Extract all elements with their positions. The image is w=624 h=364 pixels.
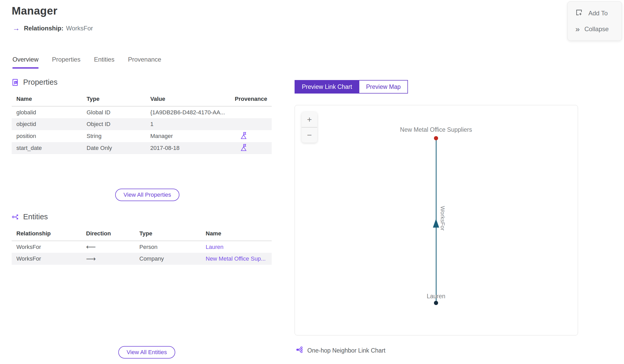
- entity-relationship: WorksFor: [12, 241, 81, 253]
- node-dot-company[interactable]: [434, 136, 438, 140]
- prop-provenance: [230, 118, 272, 130]
- preview-map-button[interactable]: Preview Map: [359, 80, 408, 94]
- prop-name: objectid: [12, 118, 82, 130]
- entities-heading-text: Entities: [23, 213, 48, 221]
- prop-type: Date Only: [82, 142, 146, 154]
- zoom-control: + −: [302, 112, 317, 143]
- col-type: Type: [135, 228, 201, 241]
- entities-section-title: Entities: [12, 213, 48, 221]
- col-direction: Direction: [81, 228, 135, 241]
- prop-value: 2017-08-18: [146, 142, 230, 154]
- prop-type: Object ID: [82, 118, 146, 130]
- relationship-subtitle: → Relationship: WorksFor: [12, 25, 93, 32]
- properties-heading-text: Properties: [23, 78, 57, 87]
- col-name: Name: [201, 228, 272, 241]
- properties-table: Name Type Value Provenance globalid Glob…: [12, 93, 272, 154]
- entity-link[interactable]: Lauren: [206, 244, 224, 250]
- add-to-label: Add To: [588, 10, 608, 17]
- chart-caption-text: One-hop Neighbor Link Chart: [307, 347, 385, 354]
- edge-arrow-icon: [433, 219, 439, 228]
- prop-value: {1A9DB2B6-D482-4170-AA...: [146, 106, 230, 118]
- table-row: position String Manager: [12, 130, 272, 142]
- prop-value: 1: [146, 118, 230, 130]
- properties-icon: [12, 78, 20, 86]
- table-row: objectid Object ID 1: [12, 118, 272, 130]
- table-row: globalid Global ID {1A9DB2B6-D482-4170-A…: [12, 106, 272, 118]
- entities-icon: [12, 213, 20, 221]
- tab-provenance[interactable]: Provenance: [128, 56, 161, 69]
- properties-section-title: Properties: [12, 78, 57, 87]
- col-provenance: Provenance: [230, 93, 272, 106]
- col-name: Name: [12, 93, 82, 106]
- relationship-arrow-icon: →: [12, 25, 20, 32]
- collapse-icon: »: [575, 25, 579, 34]
- prop-type: String: [82, 130, 146, 142]
- entity-link[interactable]: New Metal Office Sup...: [206, 255, 266, 262]
- properties-header-row: Name Type Value Provenance: [12, 93, 272, 106]
- table-row: WorksFor ⟵ Person Lauren: [12, 241, 272, 253]
- entity-relationship: WorksFor: [12, 253, 81, 265]
- prop-name: position: [12, 130, 82, 142]
- node-label-person: Lauren: [427, 293, 445, 300]
- prop-provenance: [230, 130, 272, 142]
- col-type: Type: [82, 93, 146, 106]
- relationship-value: WorksFor: [66, 25, 93, 32]
- col-value: Value: [146, 93, 230, 106]
- node-dot-person[interactable]: [434, 301, 438, 305]
- add-to-button[interactable]: Add To: [575, 9, 622, 18]
- view-all-properties-button[interactable]: View All Properties: [115, 189, 179, 201]
- relationship-label: Relationship:: [24, 25, 63, 32]
- zoom-out-button[interactable]: −: [302, 128, 317, 143]
- table-row: start_date Date Only 2017-08-18: [12, 142, 272, 154]
- prop-provenance: [230, 106, 272, 118]
- prop-provenance: [230, 142, 272, 154]
- col-relationship: Relationship: [12, 228, 81, 241]
- collapse-button[interactable]: » Collapse: [575, 25, 622, 34]
- link-chart-panel: + − WorksFor New Metal Office Suppliers …: [295, 105, 578, 335]
- preview-toggle: Preview Link Chart Preview Map: [295, 80, 408, 94]
- provenance-flag-icon[interactable]: [240, 131, 247, 141]
- entity-type: Person: [135, 241, 201, 253]
- table-row: WorksFor ⟶ Company New Metal Office Sup.…: [12, 253, 272, 265]
- entity-type: Company: [135, 253, 201, 265]
- entities-header-row: Relationship Direction Type Name: [12, 228, 272, 241]
- node-label-company: New Metal Office Suppliers: [400, 126, 472, 133]
- provenance-flag-icon[interactable]: [240, 143, 247, 153]
- zoom-in-button[interactable]: +: [302, 112, 317, 128]
- page-title: Manager: [12, 5, 57, 17]
- tab-bar: Overview Properties Entities Provenance: [12, 56, 161, 69]
- direction-arrow-icon: ⟶: [81, 253, 135, 265]
- edge-label: WorksFor: [439, 206, 446, 231]
- prop-name: start_date: [12, 142, 82, 154]
- chart-caption: One-hop Neighbor Link Chart: [296, 346, 385, 355]
- actions-panel: Add To » Collapse: [567, 1, 622, 41]
- tab-overview[interactable]: Overview: [12, 56, 38, 69]
- add-to-icon: [575, 9, 583, 18]
- entity-name-cell: New Metal Office Sup...: [201, 253, 272, 265]
- prop-value: Manager: [146, 130, 230, 142]
- prop-name: globalid: [12, 106, 82, 118]
- one-hop-icon: [296, 346, 303, 355]
- preview-link-chart-button[interactable]: Preview Link Chart: [295, 80, 359, 94]
- prop-type: Global ID: [82, 106, 146, 118]
- entities-table: Relationship Direction Type Name WorksFo…: [12, 228, 272, 265]
- view-all-entities-button[interactable]: View All Entities: [118, 346, 175, 359]
- tab-properties[interactable]: Properties: [52, 56, 80, 69]
- entity-name-cell: Lauren: [201, 241, 272, 253]
- direction-arrow-icon: ⟵: [81, 241, 135, 253]
- tab-entities[interactable]: Entities: [94, 56, 114, 69]
- collapse-label: Collapse: [584, 25, 609, 33]
